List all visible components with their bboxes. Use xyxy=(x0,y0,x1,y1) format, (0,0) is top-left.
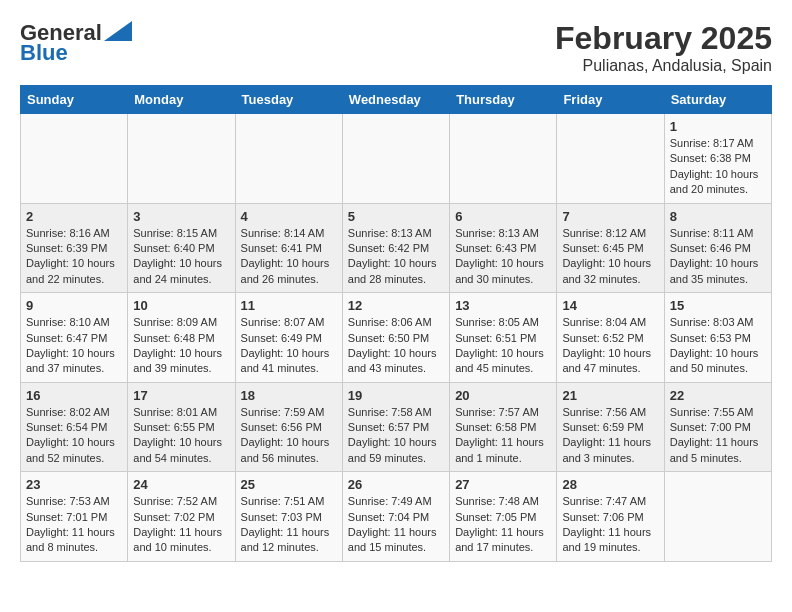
cell-content: Sunrise: 8:16 AMSunset: 6:39 PMDaylight:… xyxy=(26,227,115,285)
day-number: 23 xyxy=(26,477,122,492)
calendar-cell: 1Sunrise: 8:17 AMSunset: 6:38 PMDaylight… xyxy=(664,114,771,204)
cell-content: Sunrise: 8:11 AMSunset: 6:46 PMDaylight:… xyxy=(670,227,759,285)
day-number: 1 xyxy=(670,119,766,134)
calendar-cell: 26Sunrise: 7:49 AMSunset: 7:04 PMDayligh… xyxy=(342,472,449,562)
cell-content: Sunrise: 7:55 AMSunset: 7:00 PMDaylight:… xyxy=(670,406,759,464)
calendar-cell: 14Sunrise: 8:04 AMSunset: 6:52 PMDayligh… xyxy=(557,293,664,383)
cell-content: Sunrise: 7:51 AMSunset: 7:03 PMDaylight:… xyxy=(241,495,330,553)
calendar-cell: 11Sunrise: 8:07 AMSunset: 6:49 PMDayligh… xyxy=(235,293,342,383)
day-number: 13 xyxy=(455,298,551,313)
calendar-cell: 18Sunrise: 7:59 AMSunset: 6:56 PMDayligh… xyxy=(235,382,342,472)
calendar-cell: 27Sunrise: 7:48 AMSunset: 7:05 PMDayligh… xyxy=(450,472,557,562)
calendar-cell: 15Sunrise: 8:03 AMSunset: 6:53 PMDayligh… xyxy=(664,293,771,383)
calendar-cell: 2Sunrise: 8:16 AMSunset: 6:39 PMDaylight… xyxy=(21,203,128,293)
day-number: 28 xyxy=(562,477,658,492)
day-number: 9 xyxy=(26,298,122,313)
calendar-cell xyxy=(342,114,449,204)
cell-content: Sunrise: 8:10 AMSunset: 6:47 PMDaylight:… xyxy=(26,316,115,374)
cell-content: Sunrise: 8:13 AMSunset: 6:43 PMDaylight:… xyxy=(455,227,544,285)
cell-content: Sunrise: 7:59 AMSunset: 6:56 PMDaylight:… xyxy=(241,406,330,464)
day-number: 6 xyxy=(455,209,551,224)
calendar-cell: 25Sunrise: 7:51 AMSunset: 7:03 PMDayligh… xyxy=(235,472,342,562)
calendar-cell: 6Sunrise: 8:13 AMSunset: 6:43 PMDaylight… xyxy=(450,203,557,293)
calendar-cell: 23Sunrise: 7:53 AMSunset: 7:01 PMDayligh… xyxy=(21,472,128,562)
day-number: 20 xyxy=(455,388,551,403)
cell-content: Sunrise: 7:47 AMSunset: 7:06 PMDaylight:… xyxy=(562,495,651,553)
calendar-cell xyxy=(21,114,128,204)
header-monday: Monday xyxy=(128,86,235,114)
calendar-cell: 7Sunrise: 8:12 AMSunset: 6:45 PMDaylight… xyxy=(557,203,664,293)
calendar-cell: 21Sunrise: 7:56 AMSunset: 6:59 PMDayligh… xyxy=(557,382,664,472)
svg-marker-0 xyxy=(104,21,132,41)
calendar-cell: 3Sunrise: 8:15 AMSunset: 6:40 PMDaylight… xyxy=(128,203,235,293)
cell-content: Sunrise: 8:03 AMSunset: 6:53 PMDaylight:… xyxy=(670,316,759,374)
day-number: 17 xyxy=(133,388,229,403)
calendar-cell xyxy=(128,114,235,204)
day-number: 14 xyxy=(562,298,658,313)
cell-content: Sunrise: 8:14 AMSunset: 6:41 PMDaylight:… xyxy=(241,227,330,285)
calendar-cell: 10Sunrise: 8:09 AMSunset: 6:48 PMDayligh… xyxy=(128,293,235,383)
cell-content: Sunrise: 7:49 AMSunset: 7:04 PMDaylight:… xyxy=(348,495,437,553)
calendar-subtitle: Pulianas, Andalusia, Spain xyxy=(555,57,772,75)
day-number: 25 xyxy=(241,477,337,492)
day-number: 19 xyxy=(348,388,444,403)
header-friday: Friday xyxy=(557,86,664,114)
day-number: 7 xyxy=(562,209,658,224)
day-number: 8 xyxy=(670,209,766,224)
day-number: 12 xyxy=(348,298,444,313)
calendar-cell: 12Sunrise: 8:06 AMSunset: 6:50 PMDayligh… xyxy=(342,293,449,383)
day-number: 10 xyxy=(133,298,229,313)
calendar-week-4: 16Sunrise: 8:02 AMSunset: 6:54 PMDayligh… xyxy=(21,382,772,472)
day-number: 26 xyxy=(348,477,444,492)
cell-content: Sunrise: 8:04 AMSunset: 6:52 PMDaylight:… xyxy=(562,316,651,374)
calendar-cell: 20Sunrise: 7:57 AMSunset: 6:58 PMDayligh… xyxy=(450,382,557,472)
calendar-header-row: SundayMondayTuesdayWednesdayThursdayFrid… xyxy=(21,86,772,114)
day-number: 4 xyxy=(241,209,337,224)
day-number: 22 xyxy=(670,388,766,403)
calendar-table: SundayMondayTuesdayWednesdayThursdayFrid… xyxy=(20,85,772,562)
cell-content: Sunrise: 8:09 AMSunset: 6:48 PMDaylight:… xyxy=(133,316,222,374)
header-sunday: Sunday xyxy=(21,86,128,114)
day-number: 24 xyxy=(133,477,229,492)
header-thursday: Thursday xyxy=(450,86,557,114)
calendar-cell: 16Sunrise: 8:02 AMSunset: 6:54 PMDayligh… xyxy=(21,382,128,472)
cell-content: Sunrise: 8:12 AMSunset: 6:45 PMDaylight:… xyxy=(562,227,651,285)
page-header: General Blue February 2025 Pulianas, And… xyxy=(20,20,772,75)
calendar-cell: 5Sunrise: 8:13 AMSunset: 6:42 PMDaylight… xyxy=(342,203,449,293)
cell-content: Sunrise: 8:13 AMSunset: 6:42 PMDaylight:… xyxy=(348,227,437,285)
cell-content: Sunrise: 8:17 AMSunset: 6:38 PMDaylight:… xyxy=(670,137,759,195)
cell-content: Sunrise: 8:01 AMSunset: 6:55 PMDaylight:… xyxy=(133,406,222,464)
calendar-cell: 24Sunrise: 7:52 AMSunset: 7:02 PMDayligh… xyxy=(128,472,235,562)
cell-content: Sunrise: 8:15 AMSunset: 6:40 PMDaylight:… xyxy=(133,227,222,285)
header-wednesday: Wednesday xyxy=(342,86,449,114)
calendar-week-2: 2Sunrise: 8:16 AMSunset: 6:39 PMDaylight… xyxy=(21,203,772,293)
logo: General Blue xyxy=(20,20,132,66)
logo-blue: Blue xyxy=(20,40,68,66)
cell-content: Sunrise: 7:52 AMSunset: 7:02 PMDaylight:… xyxy=(133,495,222,553)
calendar-cell: 22Sunrise: 7:55 AMSunset: 7:00 PMDayligh… xyxy=(664,382,771,472)
calendar-cell: 13Sunrise: 8:05 AMSunset: 6:51 PMDayligh… xyxy=(450,293,557,383)
calendar-week-1: 1Sunrise: 8:17 AMSunset: 6:38 PMDaylight… xyxy=(21,114,772,204)
day-number: 11 xyxy=(241,298,337,313)
day-number: 27 xyxy=(455,477,551,492)
calendar-cell: 28Sunrise: 7:47 AMSunset: 7:06 PMDayligh… xyxy=(557,472,664,562)
calendar-cell xyxy=(664,472,771,562)
calendar-cell: 17Sunrise: 8:01 AMSunset: 6:55 PMDayligh… xyxy=(128,382,235,472)
day-number: 21 xyxy=(562,388,658,403)
calendar-cell: 4Sunrise: 8:14 AMSunset: 6:41 PMDaylight… xyxy=(235,203,342,293)
calendar-title: February 2025 xyxy=(555,20,772,57)
day-number: 16 xyxy=(26,388,122,403)
day-number: 3 xyxy=(133,209,229,224)
day-number: 15 xyxy=(670,298,766,313)
cell-content: Sunrise: 8:07 AMSunset: 6:49 PMDaylight:… xyxy=(241,316,330,374)
calendar-week-3: 9Sunrise: 8:10 AMSunset: 6:47 PMDaylight… xyxy=(21,293,772,383)
cell-content: Sunrise: 7:57 AMSunset: 6:58 PMDaylight:… xyxy=(455,406,544,464)
logo-icon xyxy=(104,21,132,41)
calendar-cell xyxy=(450,114,557,204)
cell-content: Sunrise: 8:06 AMSunset: 6:50 PMDaylight:… xyxy=(348,316,437,374)
title-block: February 2025 Pulianas, Andalusia, Spain xyxy=(555,20,772,75)
cell-content: Sunrise: 8:02 AMSunset: 6:54 PMDaylight:… xyxy=(26,406,115,464)
header-tuesday: Tuesday xyxy=(235,86,342,114)
cell-content: Sunrise: 7:58 AMSunset: 6:57 PMDaylight:… xyxy=(348,406,437,464)
cell-content: Sunrise: 7:56 AMSunset: 6:59 PMDaylight:… xyxy=(562,406,651,464)
